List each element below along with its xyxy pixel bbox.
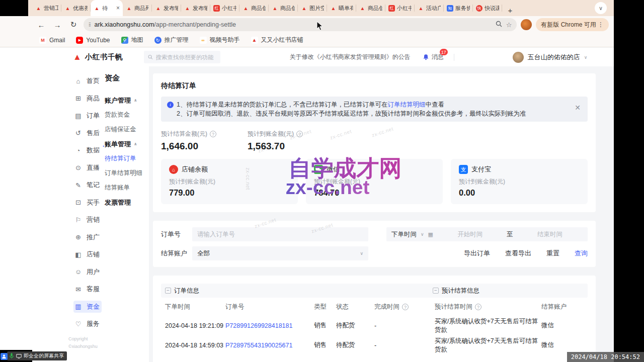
collapse-icon[interactable]: − xyxy=(433,288,439,294)
bookmark-item[interactable]: 推广管理 xyxy=(154,36,189,44)
order-number-link[interactable]: P728975543190025671 xyxy=(225,342,314,349)
subnav-item[interactable]: 账单管理 ∧ xyxy=(105,137,146,151)
subnav-item[interactable]: 账户管理 ∧ xyxy=(105,93,146,108)
time-range-picker[interactable]: 下单时间 ∨ ▦ 开始时间 至 结束时间 xyxy=(386,227,588,241)
sidebar-item[interactable]: ▤ 订单 xyxy=(73,110,100,122)
sidebar-item[interactable]: ▥ 资金 xyxy=(73,301,102,313)
announcement-link[interactable]: 关于修改《小红书商家发货管理规则》的公告 xyxy=(290,53,411,61)
browser-tab[interactable]: 发布笔 × xyxy=(152,0,181,16)
subnav-item-label: 结算账单 xyxy=(105,184,130,192)
subnav-item[interactable]: 货款资金 xyxy=(105,108,146,122)
tab-title: 发布笔 xyxy=(164,5,178,12)
browser-tab[interactable]: 图片空 × xyxy=(298,0,327,16)
messages-entry[interactable]: 消息 17 xyxy=(423,53,444,61)
subnav-item[interactable]: 结算账单 xyxy=(105,180,146,195)
sidebar-item-label: 营销 xyxy=(87,215,100,224)
shared-screen: 营销工 × 优惠券 × 待 × 商品列 × 发布笔 × 发布笔 xyxy=(0,0,614,362)
help-icon[interactable]: ? xyxy=(475,304,481,310)
time-type-select[interactable]: 下单时间 xyxy=(391,230,417,239)
order-info-group[interactable]: −订单信息 xyxy=(165,287,199,295)
browser-tab[interactable]: 活动广 × xyxy=(415,0,444,16)
sidebar-item[interactable]: ⊙ 直播 xyxy=(73,162,100,174)
bookmark-item[interactable]: 视频号助手 xyxy=(200,36,240,44)
browser-tab[interactable]: 发布笔 × xyxy=(181,0,210,16)
bookmark-item[interactable]: 又又小红书店铺 xyxy=(251,36,303,44)
account-filter-select[interactable]: 全部 ∨ xyxy=(192,246,368,260)
browser-tab[interactable]: 商品列 × xyxy=(123,0,152,16)
forward-button[interactable]: → xyxy=(51,19,63,31)
back-button[interactable]: ← xyxy=(35,19,47,31)
view-exports-button[interactable]: 查看导出 xyxy=(505,249,531,258)
search-lens-icon[interactable] xyxy=(496,21,502,29)
tab-favicon xyxy=(35,5,42,12)
site-settings-icon[interactable]: ⫶⫶ xyxy=(89,22,91,28)
chrome-update-chip[interactable]: 有新版 Chrome 可用 ⋮ xyxy=(536,18,609,31)
help-icon[interactable]: ? xyxy=(402,304,409,310)
sidebar-item-label: 数据 xyxy=(87,146,100,155)
browser-tab[interactable]: 小红书 × xyxy=(385,0,415,16)
meeting-participant-icon xyxy=(1,353,8,360)
end-time-placeholder[interactable]: 结束时间 xyxy=(517,230,583,239)
browser-tab[interactable]: 商品创 × xyxy=(356,0,385,16)
browser-tab[interactable]: 晒单有 × xyxy=(327,0,356,16)
help-icon[interactable]: ? xyxy=(296,131,303,137)
start-time-placeholder[interactable]: 开始时间 xyxy=(437,230,503,239)
tab-search-chevron-icon[interactable]: ∨ xyxy=(595,2,607,14)
sidebar-item[interactable]: ⊞ 商品 xyxy=(73,93,100,105)
function-search[interactable] xyxy=(144,51,220,63)
app-logo[interactable]: ▲ 小红书千帆 xyxy=(73,52,123,62)
browser-tab[interactable]: 商品创 × xyxy=(269,0,298,16)
query-button[interactable]: 查询 xyxy=(575,249,588,258)
browser-tab[interactable]: 营销工 × xyxy=(32,0,61,16)
bookmark-item[interactable]: 地图 xyxy=(121,36,143,44)
bookmark-item[interactable]: YouTube xyxy=(76,37,110,44)
cell-order-time: 2024-04-18 19:21:09 xyxy=(165,322,225,329)
sidebar-item[interactable]: ◧ 店铺 xyxy=(73,248,100,260)
help-icon[interactable]: ? xyxy=(210,131,216,137)
subnav-item[interactable]: 发票管理 xyxy=(105,195,146,210)
url-text[interactable]: ark.xiaohongshu.com/app-merchant/pending… xyxy=(95,21,492,28)
filter-panel: 订单号 下单时间 ∨ ▦ 开始时间 至 结束时间 结算账户 xyxy=(153,221,596,267)
subnav-item[interactable]: 待结算订单 xyxy=(105,151,146,166)
cell-settle-time: 买家/系统确认收货+7天无售后可结算货款 xyxy=(435,337,541,354)
bookmark-item[interactable]: Gmail xyxy=(39,37,65,44)
reset-button[interactable]: 重置 xyxy=(546,249,559,258)
reload-button[interactable]: ↻ xyxy=(67,19,79,31)
tab-close-icon[interactable]: × xyxy=(116,5,120,12)
collapse-icon[interactable]: − xyxy=(165,288,171,294)
export-orders-button[interactable]: 导出订单 xyxy=(464,249,490,258)
screen-share-text: 即全全的屏幕共享 xyxy=(24,352,64,359)
sidebar-item[interactable]: ✉ 客服 xyxy=(73,283,100,295)
sidebar-item[interactable]: ⚐ 营销 xyxy=(73,214,100,226)
store-switcher[interactable]: 五台山的佑佑的店 ∨ xyxy=(513,52,588,63)
bookmark-star-icon[interactable]: ☆ xyxy=(506,21,512,29)
sidebar-item[interactable]: ⌂ 首页 xyxy=(73,75,100,87)
browser-tab[interactable]: 优惠券 × xyxy=(61,0,91,16)
browser-tab[interactable]: 服务协 × xyxy=(444,0,473,16)
sidebar-item[interactable]: ♡ 服务 xyxy=(73,318,100,330)
settlement-detail-link[interactable]: 订单结算明细 xyxy=(387,101,425,108)
tab-title: 小红书 xyxy=(222,5,236,12)
browser-tab[interactable]: 待 × xyxy=(91,0,123,16)
subnav-item[interactable]: 订单结算明细 xyxy=(105,166,146,180)
banner-close-icon[interactable]: ✕ xyxy=(575,104,581,112)
settlement-info-group[interactable]: −预计结算信息 xyxy=(433,287,479,295)
new-tab-button[interactable]: + xyxy=(504,4,516,16)
order-no-input[interactable] xyxy=(192,227,368,241)
subnav-item[interactable]: 店铺保证金 xyxy=(105,122,146,137)
sidebar-item[interactable]: ⊡ 买手 xyxy=(73,197,100,209)
cell-type: 销售 xyxy=(314,341,336,349)
browser-tab[interactable]: 商品创 × xyxy=(239,0,269,16)
sidebar-item[interactable]: ☺ 用户 xyxy=(73,266,100,278)
chrome-profile-avatar[interactable] xyxy=(521,19,532,30)
sidebar-item[interactable]: ◔ 数据 xyxy=(73,144,100,156)
order-number-link[interactable]: P728991269928418181 xyxy=(225,322,314,329)
sidebar-item[interactable]: ✎ 笔记 xyxy=(73,179,100,191)
function-search-input[interactable] xyxy=(156,54,216,60)
address-bar[interactable]: ⫶⫶ ark.xiaohongshu.com/app-merchant/pend… xyxy=(84,18,517,31)
sidebar-item-icon: ✉ xyxy=(74,286,82,293)
browser-tab[interactable]: 小红书 × xyxy=(210,0,239,16)
sidebar-item[interactable]: ⊕ 推广 xyxy=(73,231,100,243)
browser-tab[interactable]: 快说课 × xyxy=(473,0,502,16)
sidebar-item[interactable]: ↺ 售后 xyxy=(73,127,100,139)
